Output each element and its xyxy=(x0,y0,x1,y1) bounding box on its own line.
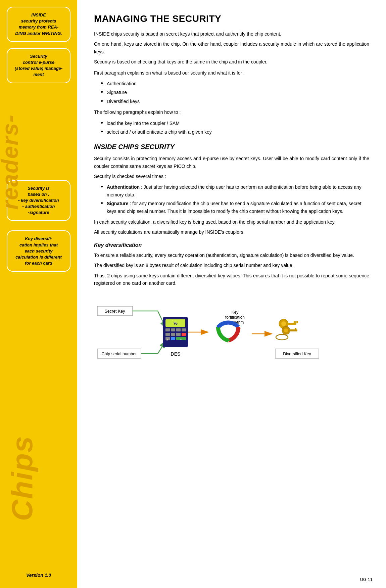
section1-para4: All security calculations are automatica… xyxy=(94,228,369,236)
section1-para3: In each security calculation, a diversif… xyxy=(94,218,369,226)
btn5 xyxy=(165,333,170,336)
sidebar-block-4-text: Key diversifi-cation implies thateach se… xyxy=(15,236,62,266)
cycle-red xyxy=(228,327,238,341)
readers-vertical-text: readers- xyxy=(0,114,23,210)
btn3 xyxy=(176,328,181,331)
chips-vertical-text: Chips xyxy=(5,436,39,521)
des-label: DES xyxy=(171,351,181,357)
section1-para1: Security consists in protecting memory a… xyxy=(94,155,369,170)
intro-para3: Security is based on checking that keys … xyxy=(94,58,369,65)
key2-inner xyxy=(284,328,288,332)
sidebar-block-2: Securitycontrol e-purse(stored value) ma… xyxy=(7,48,70,83)
diversified-label: Diversified Key xyxy=(283,352,311,356)
bullets-list-1: Authentication Signature Diversified key… xyxy=(101,80,369,105)
sig-bold: Signature xyxy=(107,201,129,206)
key2-tooth1 xyxy=(295,328,296,329)
bullet-select-authenticate: select and / or authenticate a chip with… xyxy=(101,128,369,136)
section2-para1: To ensure a reliable security, every sec… xyxy=(94,252,369,259)
btn10 xyxy=(171,337,175,340)
btn8 xyxy=(182,333,186,336)
section1-para2: Security is checked several times : xyxy=(94,173,369,180)
chip-serial-label: Chip serial number xyxy=(102,352,137,356)
sidebar-block-4: Key diversifi-cation implies thateach se… xyxy=(7,230,70,272)
bullet-signature: Signature xyxy=(101,89,369,96)
section1-bullet-authentication: Authentication : Just after having selec… xyxy=(101,183,369,198)
section1-bullet-signature: Signature : for any memory modification … xyxy=(101,200,369,215)
arrow-secret-to-des xyxy=(133,311,166,329)
section2-para3: Thus, 2 chips using same keys contain di… xyxy=(94,272,369,287)
btn4 xyxy=(182,328,186,331)
diagram: Secret Key Chip serial number xyxy=(94,297,369,371)
sidebar-block-2-text: Securitycontrol e-purse(stored value) ma… xyxy=(15,54,62,77)
keyring xyxy=(276,334,288,340)
main-content: MANAGING THE SECURITY INSIDE chips secur… xyxy=(77,0,386,588)
key1-tooth1 xyxy=(294,321,296,323)
sidebar-block-1-text: INSIDEsecurity protectsmemory from REA-D… xyxy=(15,12,62,36)
bullet-authentication: Authentication xyxy=(101,80,369,87)
btn6 xyxy=(171,333,175,336)
section1-title: INSIDE CHIPS SECURITY xyxy=(94,143,369,151)
sidebar-block-1: INSIDEsecurity protectsmemory from REA-D… xyxy=(7,7,70,42)
key-fort-line2: fortification xyxy=(225,315,245,320)
sidebar-block-3-text: Security isbased on :- key diversificati… xyxy=(18,186,59,215)
calc-x-label: x xyxy=(166,338,168,341)
sig-rest: : for any memory modification the chip u… xyxy=(107,201,361,214)
cycle-green xyxy=(218,327,228,341)
btn7 xyxy=(176,333,181,336)
auth-bold: Authentication xyxy=(107,184,140,190)
calc-plus-label: + xyxy=(180,338,182,341)
page-ref: UG 11 xyxy=(360,577,373,582)
btn1 xyxy=(165,328,170,331)
sidebar: INSIDEsecurity protectsmemory from REA-D… xyxy=(0,0,77,588)
intro-para1: INSIDE chips security is based on secret… xyxy=(94,30,369,38)
diagram-svg: Secret Key Chip serial number xyxy=(94,297,336,367)
arrow-chip-to-des xyxy=(141,341,166,354)
page-title: MANAGING THE SECURITY xyxy=(94,13,369,24)
key1-tooth2 xyxy=(296,321,298,323)
sidebar-bottom: Version 1.0 xyxy=(26,573,51,581)
version-label: Version 1.0 xyxy=(26,573,51,578)
auth-rest: : Just after having selected the chip us… xyxy=(107,184,361,197)
calc-percent: % xyxy=(174,321,178,326)
secret-key-label: Secret Key xyxy=(104,309,125,314)
key2-shaft xyxy=(289,329,297,331)
cycle-blue xyxy=(218,323,238,327)
intro-para4: First paragraph explains on what is base… xyxy=(94,69,369,77)
page-footer: UG 11 xyxy=(360,577,373,582)
btn2 xyxy=(171,328,175,331)
bullet-diversified-keys: Diversified keys xyxy=(101,98,369,105)
intro-para5: The following paragraphs explain how to … xyxy=(94,108,369,116)
key-fort-line1: Key xyxy=(232,310,239,315)
bullets-list-2: load the key into the coupler / SAM sele… xyxy=(101,120,369,136)
intro-para2: On one hand, keys are stored in the chip… xyxy=(94,40,369,55)
section2-title: Key diversification xyxy=(94,242,369,248)
bullet-load-key: load the key into the coupler / SAM xyxy=(101,120,369,127)
section2-para2: The diversified key is an 8 bytes result… xyxy=(94,262,369,269)
section1-bullets: Authentication : Just after having selec… xyxy=(101,183,369,215)
key1-inner xyxy=(281,321,286,326)
